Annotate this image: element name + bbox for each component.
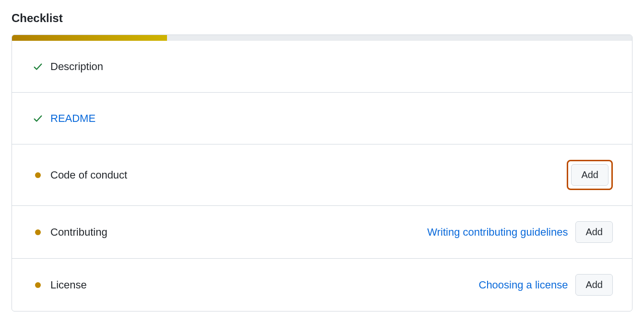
contributing-guidelines-link[interactable]: Writing contributing guidelines — [427, 226, 568, 239]
progress-bar — [12, 35, 632, 41]
dot-icon — [31, 172, 45, 178]
add-button-license[interactable]: Add — [575, 274, 613, 296]
checklist-row-code-of-conduct: Code of conduct Add — [12, 144, 632, 206]
add-button-contributing[interactable]: Add — [575, 221, 613, 243]
checklist-item-label: Description — [50, 60, 613, 73]
progress-fill — [12, 35, 167, 41]
checklist-panel: Description README Code of conduct Add C… — [12, 35, 632, 311]
check-icon — [31, 113, 45, 124]
add-button-code-of-conduct[interactable]: Add — [571, 164, 608, 186]
checklist-item-label: License — [50, 279, 479, 291]
checklist-row-contributing: Contributing Writing contributing guidel… — [12, 206, 632, 259]
checklist-row-license: License Choosing a license Add — [12, 259, 632, 311]
checklist-title: Checklist — [12, 12, 632, 25]
highlight-box: Add — [567, 160, 613, 190]
dot-icon — [31, 282, 45, 288]
check-icon — [31, 61, 45, 72]
choosing-license-link[interactable]: Choosing a license — [479, 279, 568, 291]
checklist-row-readme: README — [12, 93, 632, 144]
checklist-item-label: Contributing — [50, 226, 427, 239]
readme-link[interactable]: README — [50, 112, 613, 125]
checklist-item-label: Code of conduct — [50, 169, 567, 181]
checklist-row-description: Description — [12, 41, 632, 93]
dot-icon — [31, 229, 45, 235]
